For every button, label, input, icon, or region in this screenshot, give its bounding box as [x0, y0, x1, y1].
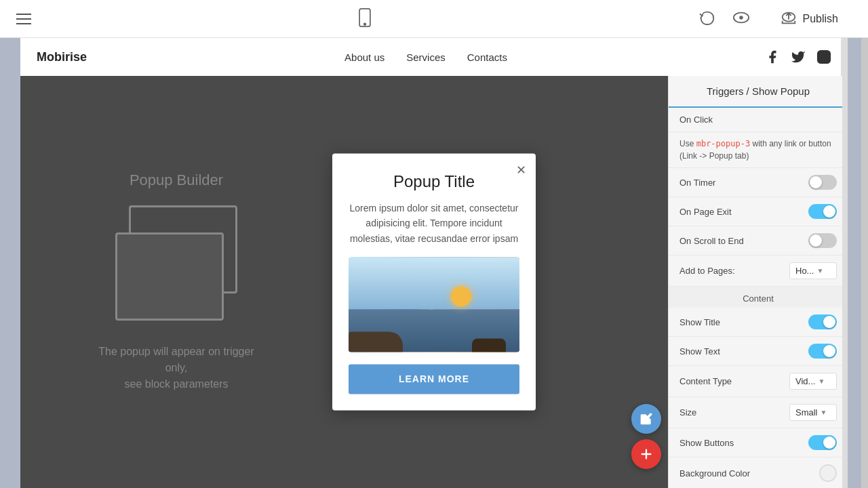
twitter-icon[interactable]: [791, 49, 806, 64]
size-dropdown[interactable]: Small ▼: [789, 404, 837, 421]
content-type-value: Vid...: [795, 376, 815, 386]
show-title-slider: [808, 314, 837, 329]
fab-edit-button[interactable]: [631, 404, 661, 434]
mobile-preview-icon[interactable]: [357, 8, 372, 30]
add-to-pages-row: Add to Pages: Ho... ▼: [669, 256, 848, 287]
placeholder-box-front: [115, 232, 224, 321]
toolbar: Publish: [0, 0, 868, 38]
on-page-exit-row: On Page Exit: [669, 197, 848, 226]
size-arrow: ▼: [821, 409, 827, 416]
show-text-row: Show Text: [669, 337, 848, 366]
show-buttons-row: Show Buttons: [669, 428, 848, 458]
settings-panel: Triggers / Show Popup On Click Use mbr-p…: [668, 76, 848, 488]
background-color-row: Background Color: [669, 458, 848, 488]
site-social-icons: [765, 49, 831, 64]
content-type-row: Content Type Vid... ▼: [669, 366, 848, 397]
content-type-label: Content Type: [679, 376, 732, 386]
placeholder-boxes: [108, 205, 244, 327]
popup-modal: ✕ Popup Title Lorem ipsum dolor sit amet…: [332, 153, 536, 410]
show-title-toggle[interactable]: [808, 314, 837, 329]
svg-point-6: [821, 54, 826, 59]
popup-builder-placeholder: Popup Builder The popup will appear on t…: [20, 76, 332, 488]
show-text-toggle[interactable]: [808, 344, 837, 359]
add-to-pages-dropdown[interactable]: Ho... ▼: [789, 262, 837, 279]
size-label: Size: [679, 407, 696, 418]
popup-close-button[interactable]: ✕: [516, 163, 526, 178]
on-timer-slider: [808, 175, 837, 190]
main-scrollbar[interactable]: [861, 38, 868, 488]
site-nav-links: About us Services Contacts: [344, 52, 507, 63]
instagram-icon[interactable]: [816, 49, 831, 64]
show-buttons-toggle[interactable]: [808, 435, 837, 450]
svg-point-7: [827, 53, 828, 54]
publish-button[interactable]: Publish: [766, 5, 852, 33]
nav-link-services[interactable]: Services: [406, 52, 446, 63]
content-section-title: Content: [669, 287, 848, 308]
size-value: Small: [795, 407, 818, 418]
content-type-arrow: ▼: [818, 378, 825, 385]
on-scroll-to-end-slider: [808, 233, 837, 248]
on-click-label: On Click: [679, 115, 713, 125]
code-tag: mbr-popup-3: [696, 139, 750, 148]
show-buttons-slider: [808, 435, 837, 450]
on-scroll-to-end-label: On Scroll to End: [679, 236, 744, 246]
show-title-label: Show Title: [679, 317, 720, 327]
popup-body-text: Lorem ipsum dolor sit amet, consectetur …: [349, 201, 519, 246]
show-text-label: Show Text: [679, 346, 720, 357]
nav-link-about[interactable]: About us: [344, 52, 384, 63]
preview-icon[interactable]: [732, 10, 750, 28]
settings-header: Triggers / Show Popup: [669, 76, 848, 108]
show-text-slider: [808, 344, 837, 359]
on-scroll-to-end-toggle[interactable]: [808, 233, 837, 248]
undo-icon[interactable]: [698, 10, 716, 28]
instructions-row: Use mbr-popup-3 with any link or button …: [669, 132, 848, 168]
preview-area: Mobirise About us Services Contacts: [0, 38, 868, 488]
instructions-before: Use: [679, 139, 696, 148]
show-title-row: Show Title: [669, 308, 848, 337]
hamburger-icon[interactable]: [16, 14, 31, 24]
svg-point-3: [739, 16, 743, 20]
settings-scrollbar[interactable]: [842, 76, 848, 488]
size-row: Size Small ▼: [669, 397, 848, 428]
on-page-exit-slider: [808, 204, 837, 219]
popup-learn-more-button[interactable]: LEARN MORE: [349, 365, 519, 394]
settings-scroll[interactable]: Triggers / Show Popup On Click Use mbr-p…: [669, 76, 848, 488]
publish-icon: [780, 10, 797, 28]
add-to-pages-value: Ho...: [795, 266, 814, 276]
facebook-icon[interactable]: [765, 49, 780, 64]
on-page-exit-label: On Page Exit: [679, 207, 732, 217]
fab-add-button[interactable]: [631, 439, 661, 469]
on-page-exit-toggle[interactable]: [808, 204, 837, 219]
svg-point-1: [363, 23, 366, 25]
popup-builder-title: Popup Builder: [130, 171, 223, 189]
on-timer-toggle[interactable]: [808, 175, 837, 190]
placeholder-description: The popup will appear on triggeronly,see…: [98, 344, 254, 392]
background-color-picker[interactable]: [819, 464, 837, 482]
background-color-label: Background Color: [679, 468, 750, 479]
add-to-pages-arrow: ▼: [816, 267, 823, 274]
popup-video: [349, 258, 519, 352]
on-timer-label: On Timer: [679, 178, 715, 188]
content-type-dropdown[interactable]: Vid... ▼: [789, 373, 837, 390]
nav-link-contacts[interactable]: Contacts: [467, 52, 507, 63]
popup-title: Popup Title: [349, 172, 519, 191]
site-nav: Mobirise About us Services Contacts: [20, 38, 848, 76]
publish-label: Publish: [803, 13, 838, 25]
nav-scrollbar[interactable]: [841, 38, 848, 76]
site-logo: Mobirise: [37, 50, 87, 64]
on-timer-row: On Timer: [669, 168, 848, 197]
add-to-pages-label: Add to Pages:: [679, 266, 735, 276]
on-click-row: On Click: [669, 108, 848, 132]
show-buttons-label: Show Buttons: [679, 438, 734, 448]
on-scroll-to-end-row: On Scroll to End: [669, 226, 848, 256]
